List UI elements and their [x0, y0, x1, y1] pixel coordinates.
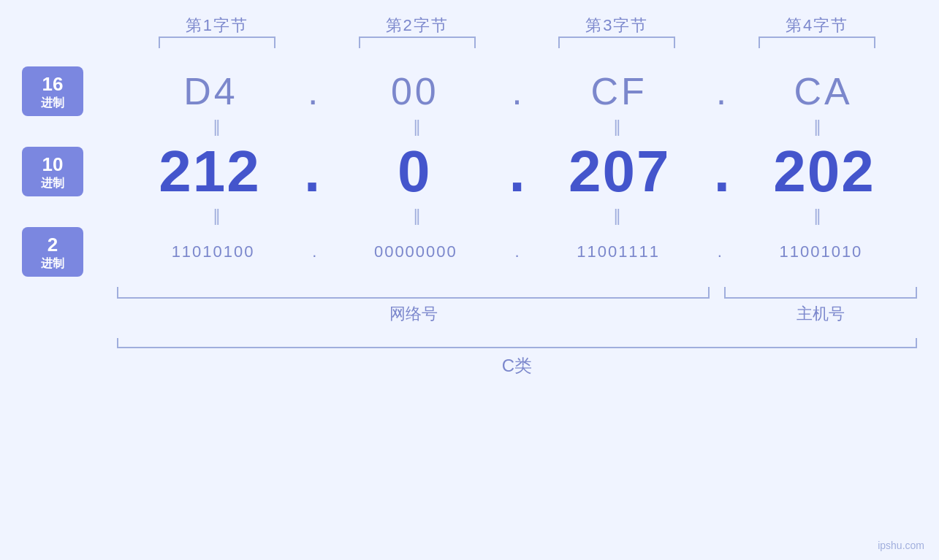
eq1-2: ‖: [317, 119, 517, 135]
top-bracket-2: [359, 37, 476, 48]
byte3-header: 第3字节: [517, 15, 718, 37]
hex-label-num: 16: [42, 73, 64, 96]
hex-val-1: D4: [117, 69, 305, 113]
bin-dot-1: .: [309, 242, 319, 261]
host-bracket: [724, 287, 917, 299]
byte4-header: 第4字节: [717, 15, 917, 37]
top-bracket-4: [759, 37, 875, 48]
bottom-labels: 网络号 主机号: [117, 303, 917, 325]
binary-label-num: 2: [47, 234, 58, 256]
hex-dot-3: .: [713, 69, 729, 113]
class-area: C类: [117, 338, 917, 377]
top-bracket-row: [117, 37, 917, 48]
decimal-row: 10 进制 212 . 0 . 207 . 202: [22, 138, 917, 205]
byte2-header: 第2字节: [317, 15, 517, 37]
bottom-brackets: [117, 287, 917, 299]
bracket-cell-4: [717, 37, 917, 48]
decimal-cells: 212 . 0 . 207 . 202: [117, 138, 917, 205]
bin-val-2: 00000000: [319, 242, 512, 261]
eq2-1: ‖: [117, 208, 317, 224]
header-row: 第1字节 第2字节 第3字节 第4字节: [117, 15, 917, 37]
eq1-1: ‖: [117, 119, 317, 135]
top-bracket-3: [558, 37, 675, 48]
bottom-bracket-area: 网络号 主机号: [117, 287, 917, 325]
hex-row: 16 进制 D4 . 00 . CF . CA: [22, 66, 917, 116]
eq2-4: ‖: [717, 208, 917, 224]
eq1-4: ‖: [717, 119, 917, 135]
hex-dot-1: .: [305, 69, 321, 113]
watermark: ipshu.com: [878, 540, 924, 551]
main-container: 第1字节 第2字节 第3字节 第4字节 16 进制 D4 . 00 . CF: [0, 0, 939, 560]
binary-cells: 11010100 . 00000000 . 11001111 . 1100101…: [117, 242, 917, 261]
class-label: C类: [117, 354, 917, 377]
bin-dot-2: .: [512, 242, 522, 261]
bin-val-4: 11001010: [725, 242, 917, 261]
network-label: 网络号: [117, 303, 710, 325]
binary-label-text: 进制: [41, 256, 64, 270]
eq2-2: ‖: [317, 208, 517, 224]
hex-cells: D4 . 00 . CF . CA: [117, 69, 917, 113]
bracket-cell-3: [517, 37, 718, 48]
bin-dot-3: .: [715, 242, 725, 261]
hex-val-3: CF: [525, 69, 713, 113]
host-label: 主机号: [724, 303, 917, 325]
equals-row-1: ‖ ‖ ‖ ‖: [117, 119, 917, 135]
top-bracket-1: [159, 37, 275, 48]
bin-val-1: 11010100: [117, 242, 309, 261]
dec-dot-3: .: [712, 138, 731, 205]
hex-label-text: 进制: [41, 96, 64, 110]
hex-dot-2: .: [509, 69, 525, 113]
eq2-3: ‖: [517, 208, 718, 224]
dec-dot-2: .: [507, 138, 526, 205]
decimal-label-num: 10: [42, 153, 64, 176]
hex-val-2: 00: [321, 69, 509, 113]
dec-val-2: 0: [322, 138, 507, 205]
hex-label: 16 进制: [22, 66, 83, 116]
eq1-3: ‖: [517, 119, 718, 135]
decimal-label-text: 进制: [41, 176, 64, 190]
binary-row: 2 进制 11010100 . 00000000 . 11001111 . 11…: [22, 227, 917, 277]
binary-label: 2 进制: [22, 227, 83, 277]
bracket-cell-2: [317, 37, 517, 48]
decimal-label: 10 进制: [22, 147, 83, 196]
byte1-header: 第1字节: [117, 15, 317, 37]
network-bracket: [117, 287, 710, 299]
equals-row-2: ‖ ‖ ‖ ‖: [117, 208, 917, 224]
bin-val-3: 11001111: [522, 242, 715, 261]
dec-val-4: 202: [731, 138, 917, 205]
bracket-cell-1: [117, 37, 317, 48]
hex-val-4: CA: [729, 69, 917, 113]
dec-val-3: 207: [527, 138, 712, 205]
dec-val-1: 212: [117, 138, 303, 205]
dec-dot-1: .: [303, 138, 322, 205]
class-bracket: [117, 338, 917, 348]
